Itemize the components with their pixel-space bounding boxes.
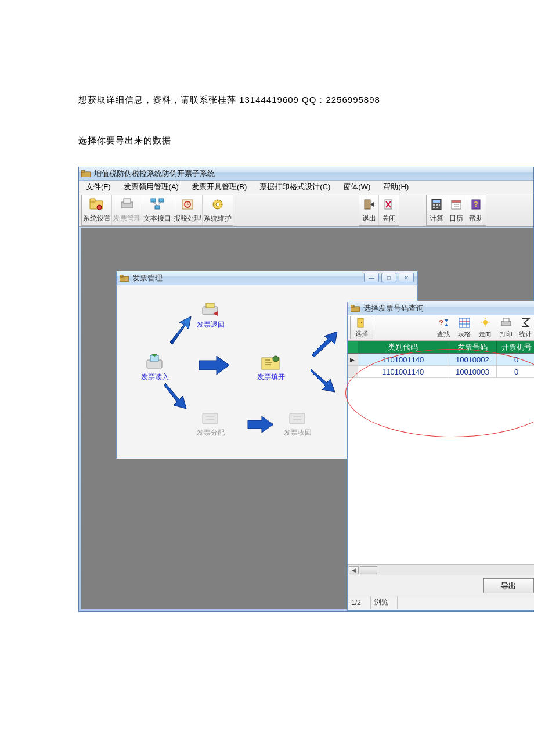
invoice-mgmt-title: 发票管理 <box>132 273 163 283</box>
tb-system-maint[interactable]: 系统维护 <box>203 195 233 225</box>
network-icon <box>149 196 166 213</box>
doc-contact-line: 想获取详细信息，资料，请联系张桂萍 13144419609 QQ：2256995… <box>78 92 380 107</box>
menu-receive-mgmt[interactable]: 发票领用管理(A) <box>120 182 182 192</box>
svg-rect-9 <box>155 206 160 209</box>
menu-file[interactable]: 文件(F) <box>82 182 114 192</box>
scroll-thumb[interactable] <box>360 566 377 574</box>
arrow-icon <box>246 415 276 435</box>
query-toolbar: 选择 ? 查找 表格 走向 <box>348 315 534 341</box>
svg-rect-39 <box>206 303 214 308</box>
svg-rect-37 <box>120 275 123 277</box>
col-machine[interactable]: 开票机号 <box>497 341 534 353</box>
invoice-mgmt-titlebar[interactable]: 发票管理 — □ ✕ <box>117 271 417 285</box>
svg-point-17 <box>216 203 219 206</box>
print-icon <box>500 316 513 329</box>
svg-point-4 <box>97 205 102 210</box>
node-invoice-read[interactable]: 发票读入 <box>141 354 169 382</box>
svg-marker-56 <box>312 332 337 357</box>
svg-marker-19 <box>370 202 374 207</box>
qtb-stat[interactable]: 统计 <box>517 316 534 339</box>
close-button[interactable]: ✕ <box>399 273 414 282</box>
maximize-button[interactable]: □ <box>381 273 396 282</box>
svg-rect-61 <box>361 322 362 323</box>
export-button[interactable]: 导出 <box>483 578 534 593</box>
svg-marker-53 <box>164 383 186 409</box>
sigma-icon <box>519 316 532 329</box>
tb-system-settings[interactable]: 系统设置 <box>82 195 112 225</box>
grid-icon <box>458 316 471 329</box>
svg-marker-63 <box>445 319 448 322</box>
app-icon <box>81 170 91 178</box>
tb-close[interactable]: 关闭 <box>379 195 399 225</box>
svg-rect-27 <box>439 204 440 206</box>
row-indicator-icon: ▶ <box>348 354 358 365</box>
close-doc-icon <box>380 196 398 213</box>
svg-rect-29 <box>436 207 438 208</box>
app-title: 增值税防伪税控系统防伪开票子系统 <box>94 168 215 179</box>
mdi-workspace: 发票管理 — □ ✕ 发票退回 发票读入 <box>81 228 533 609</box>
scroll-left-icon[interactable]: ◀ <box>349 566 359 574</box>
door-exit-icon <box>360 196 378 213</box>
tb-help[interactable]: ? 帮助 <box>466 195 486 225</box>
grid-header: 类别代码 发票号码 开票机号 <box>348 341 534 354</box>
minimize-button[interactable]: — <box>364 273 379 282</box>
svg-rect-7 <box>151 199 156 202</box>
qtb-table[interactable]: 表格 <box>454 316 475 339</box>
tb-calendar[interactable]: 日历 <box>446 195 466 225</box>
qtb-print[interactable]: 打印 <box>496 316 517 339</box>
qtb-select[interactable]: 选择 <box>350 316 373 339</box>
svg-point-45 <box>273 356 279 362</box>
svg-rect-1 <box>81 170 85 172</box>
table-row[interactable]: ▶ 1101001140 10010002 0 <box>348 354 534 366</box>
tb-text-interface[interactable]: 文本接口 <box>142 195 172 225</box>
col-category-code[interactable]: 类别代码 <box>358 341 449 353</box>
printer-in-icon <box>143 354 167 372</box>
menu-issue-mgmt[interactable]: 发票开具管理(B) <box>188 182 250 192</box>
app-titlebar[interactable]: 增值税防伪税控系统防伪开票子系统 <box>79 167 533 181</box>
node-invoice-recall: 发票收回 <box>284 409 312 438</box>
node-invoice-fill[interactable]: 发票填开 <box>257 354 285 382</box>
svg-marker-52 <box>170 316 191 344</box>
invoice-query-titlebar[interactable]: 选择发票号码查询 <box>348 301 534 315</box>
gear-icon <box>209 196 226 213</box>
folder-icon <box>120 274 129 282</box>
folder-key-icon <box>88 196 106 213</box>
assign-icon <box>199 409 222 428</box>
col-invoice-num[interactable]: 发票号码 <box>448 341 497 353</box>
table-row[interactable]: 1101001140 10010003 0 <box>348 366 534 378</box>
tb-tax-process[interactable]: 报税处理 <box>172 195 203 225</box>
qtb-go[interactable]: 走向 <box>475 316 496 339</box>
svg-marker-54 <box>199 356 229 375</box>
svg-rect-76 <box>503 318 509 322</box>
svg-rect-59 <box>351 305 354 307</box>
horizontal-scrollbar[interactable]: ◀ <box>348 564 534 575</box>
status-page: 1/2 <box>348 596 371 609</box>
app-window: 增值税防伪税控系统防伪开票子系统 文件(F) 发票领用管理(A) 发票开具管理(… <box>78 167 534 612</box>
svg-rect-25 <box>433 204 435 206</box>
invoice-query-title: 选择发票号码查询 <box>363 303 424 314</box>
menu-window[interactable]: 窗体(W) <box>340 182 374 192</box>
tb-invoice-mgmt: 发票管理 <box>112 195 142 225</box>
svg-text:?: ? <box>439 318 443 327</box>
doc-instruction-line: 选择你要导出来的数据 <box>78 132 171 148</box>
svg-rect-28 <box>433 207 435 208</box>
calculator-icon <box>428 196 445 213</box>
calendar-icon <box>448 196 465 213</box>
tax-clock-icon <box>179 196 196 213</box>
arrow-icon <box>311 366 340 393</box>
tb-exit[interactable]: 退出 <box>359 195 379 225</box>
menu-help[interactable]: 帮助(H) <box>380 182 412 192</box>
qtb-find[interactable]: ? 查找 <box>433 316 454 339</box>
svg-point-70 <box>483 320 488 325</box>
help-book-icon: ? <box>467 196 485 213</box>
write-icon <box>259 354 283 372</box>
menu-print-design[interactable]: 票据打印格式设计(C) <box>256 182 334 192</box>
node-invoice-return[interactable]: 发票退回 <box>197 301 225 330</box>
svg-rect-3 <box>90 199 95 202</box>
svg-marker-57 <box>311 369 335 392</box>
main-toolbar: 系统设置 发票管理 文本接口 报税处理 系统维护 <box>79 193 533 227</box>
select-door-icon <box>355 316 368 329</box>
tb-calculator[interactable]: 计算 <box>427 195 446 225</box>
svg-rect-31 <box>452 200 461 203</box>
printer-return-icon <box>199 301 222 320</box>
